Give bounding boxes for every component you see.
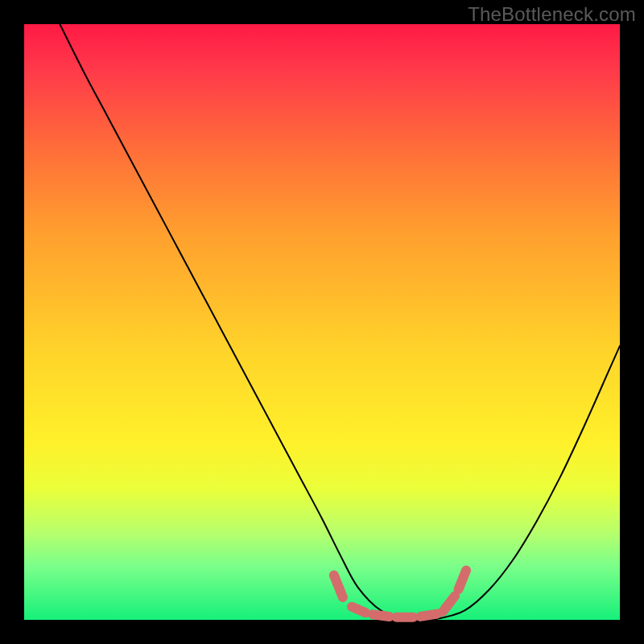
valley-markers	[334, 571, 466, 617]
valley-dash	[373, 614, 390, 617]
watermark-text: TheBottleneck.com	[468, 3, 636, 26]
valley-dash	[443, 596, 455, 611]
valley-dash	[420, 614, 437, 617]
valley-dash	[352, 607, 365, 613]
valley-dash	[458, 571, 466, 590]
valley-dash	[334, 576, 343, 597]
marker-layer	[24, 24, 620, 620]
chart-frame: TheBottleneck.com	[0, 0, 644, 644]
plot-area	[24, 24, 620, 620]
